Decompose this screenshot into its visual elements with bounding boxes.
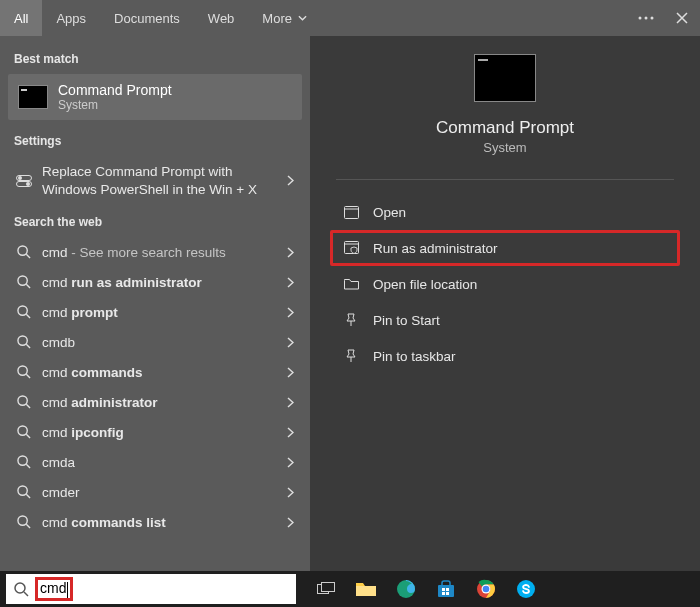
web-result-item[interactable]: cmd commands list [6,507,304,537]
action-open-label: Open [373,205,406,220]
chevron-right-icon [287,277,294,288]
action-pin-start-label: Pin to Start [373,313,440,328]
taskbar-microsoft-store[interactable] [426,571,466,607]
settings-toggle-icon [16,173,32,189]
search-icon [16,334,32,350]
tab-all[interactable]: All [0,0,42,36]
web-result-text: cmd administrator [42,395,277,410]
section-search-web: Search the web [6,205,304,237]
chevron-right-icon [287,175,294,186]
tab-documents[interactable]: Documents [100,0,194,36]
web-result-text: cmda [42,455,277,470]
section-best-match: Best match [6,48,304,74]
action-pin-to-start[interactable]: Pin to Start [330,302,680,338]
chevron-down-icon [298,15,307,21]
settings-item-line2: Windows PowerShell in the Win + X [42,181,277,199]
svg-rect-28 [446,592,449,595]
action-run-as-administrator[interactable]: Run as administrator [330,230,680,266]
shield-icon [343,240,359,256]
settings-item-line1: Replace Command Prompt with [42,163,277,181]
search-icon [16,394,32,410]
web-result-text: cmder [42,485,277,500]
svg-point-4 [18,176,22,180]
tab-more[interactable]: More [248,0,321,36]
chevron-right-icon [287,337,294,348]
web-result-item[interactable]: cmd prompt [6,297,304,327]
pin-icon [343,312,359,328]
svg-point-7 [18,246,27,255]
search-icon [16,274,32,290]
svg-rect-26 [446,588,449,591]
svg-rect-17 [344,206,358,218]
taskbar-file-explorer[interactable] [346,571,386,607]
search-icon [16,364,32,380]
search-filter-tabs: All Apps Documents Web More [0,0,700,36]
web-result-item[interactable]: cmd ipconfig [6,417,304,447]
search-icon [16,304,32,320]
svg-point-14 [18,456,27,465]
svg-point-10 [18,336,27,345]
chevron-right-icon [287,307,294,318]
divider [336,179,674,180]
action-pin-to-taskbar[interactable]: Pin to taskbar [330,338,680,374]
svg-point-8 [18,276,27,285]
chevron-right-icon [287,487,294,498]
search-input[interactable]: cmd [6,574,296,604]
svg-rect-25 [442,588,445,591]
web-result-text: cmd - See more search results [42,245,277,260]
web-result-item[interactable]: cmd run as administrator [6,267,304,297]
web-result-item[interactable]: cmda [6,447,304,477]
taskbar-edge[interactable] [386,571,426,607]
results-list: Best match Command Prompt System Setting… [0,36,310,571]
taskbar-task-view[interactable] [306,571,346,607]
chevron-right-icon [287,517,294,528]
tab-apps[interactable]: Apps [42,0,100,36]
svg-point-9 [18,306,27,315]
chevron-right-icon [287,367,294,378]
action-open-loc-label: Open file location [373,277,477,292]
web-result-item[interactable]: cmd commands [6,357,304,387]
web-result-text: cmd ipconfig [42,425,277,440]
svg-point-2 [651,17,654,20]
svg-point-11 [18,366,27,375]
search-icon [16,244,32,260]
chevron-right-icon [287,427,294,438]
svg-point-6 [26,182,30,186]
action-open-file-location[interactable]: Open file location [330,266,680,302]
taskbar: cmd [0,571,700,607]
search-icon [14,582,29,597]
action-open[interactable]: Open [330,194,680,230]
web-result-item[interactable]: cmder [6,477,304,507]
search-icon [16,484,32,500]
taskbar-chrome[interactable] [466,571,506,607]
command-prompt-icon [18,85,48,109]
web-result-text: cmd run as administrator [42,275,277,290]
tab-web[interactable]: Web [194,0,249,36]
action-pin-taskbar-label: Pin to taskbar [373,349,456,364]
best-match-item[interactable]: Command Prompt System [8,74,302,120]
close-icon[interactable] [664,0,700,36]
svg-point-13 [18,426,27,435]
chevron-right-icon [287,457,294,468]
details-pane: Command Prompt System Open Run as admini… [310,36,700,571]
taskbar-skype[interactable] [506,571,546,607]
more-options-icon[interactable] [628,0,664,36]
svg-point-31 [483,586,490,593]
text-caret [67,582,68,598]
search-value: cmd [40,580,66,596]
web-result-text: cmd commands [42,365,277,380]
settings-item[interactable]: Replace Command Prompt with Windows Powe… [6,156,304,205]
detail-title: Command Prompt [436,116,574,138]
web-result-item[interactable]: cmd administrator [6,387,304,417]
search-icon [16,514,32,530]
web-result-item[interactable]: cmd - See more search results [6,237,304,267]
section-settings: Settings [6,130,304,156]
best-match-title: Command Prompt [58,82,172,98]
tab-more-label: More [262,11,292,26]
open-icon [343,204,359,220]
svg-point-1 [645,17,648,20]
web-result-item[interactable]: cmdb [6,327,304,357]
svg-point-15 [18,486,27,495]
svg-point-12 [18,396,27,405]
search-icon [16,424,32,440]
